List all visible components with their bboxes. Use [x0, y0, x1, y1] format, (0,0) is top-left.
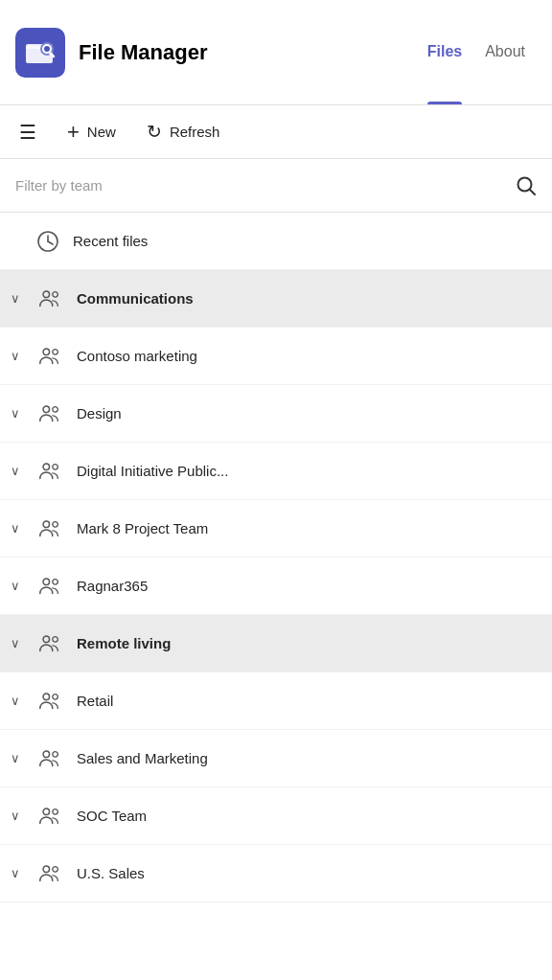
- team-icon: [31, 574, 69, 599]
- list-item[interactable]: ∨ Design: [0, 385, 552, 443]
- new-button[interactable]: + New: [63, 116, 120, 148]
- team-icon: [31, 286, 69, 311]
- svg-point-16: [53, 406, 58, 412]
- list-item[interactable]: ∨ Contoso marketing: [0, 328, 552, 385]
- svg-point-30: [53, 809, 58, 814]
- svg-point-4: [44, 46, 50, 52]
- svg-point-19: [43, 521, 50, 528]
- item-label: Sales and Marketing: [69, 750, 544, 766]
- hamburger-icon: ☰: [19, 123, 36, 142]
- svg-rect-1: [26, 46, 41, 49]
- svg-point-24: [53, 636, 58, 642]
- team-icon: [31, 631, 69, 656]
- filter-bar: [0, 159, 552, 213]
- item-label: Retail: [69, 693, 544, 709]
- filter-input[interactable]: [0, 159, 508, 212]
- svg-point-18: [53, 464, 58, 469]
- svg-point-23: [43, 636, 50, 643]
- item-label: Contoso marketing: [69, 348, 544, 364]
- team-icon: [31, 459, 69, 484]
- team-list: › Recent files ∨ Communications ∨ Contos…: [0, 213, 552, 902]
- chevron-icon: ∨: [0, 751, 31, 765]
- list-item[interactable]: ∨ U.S. Sales: [0, 845, 552, 902]
- chevron-icon: ∨: [0, 636, 31, 650]
- search-button[interactable]: [508, 168, 544, 204]
- item-label: U.S. Sales: [69, 865, 544, 881]
- item-label: Remote living: [69, 635, 544, 651]
- team-icon: [31, 344, 69, 369]
- team-icon: [31, 746, 69, 771]
- svg-point-14: [53, 349, 58, 354]
- refresh-button[interactable]: ↻ Refresh: [143, 117, 224, 147]
- refresh-icon: ↻: [147, 123, 162, 141]
- app-title: File Manager: [79, 40, 416, 65]
- item-label: Recent files: [65, 233, 544, 249]
- search-icon: [516, 175, 537, 196]
- list-item[interactable]: ∨ Digital Initiative Public...: [0, 443, 552, 500]
- app-logo: [15, 28, 65, 78]
- team-icon: [31, 689, 69, 714]
- svg-point-28: [53, 751, 58, 757]
- svg-point-21: [43, 579, 50, 585]
- list-item[interactable]: ∨ Ragnar365: [0, 558, 552, 615]
- chevron-icon: ∨: [0, 694, 31, 708]
- item-label: Digital Initiative Public...: [69, 463, 544, 479]
- item-label: Communications: [69, 290, 544, 307]
- list-item[interactable]: ∨ Mark 8 Project Team: [0, 500, 552, 558]
- refresh-label: Refresh: [170, 124, 220, 140]
- team-icon: [31, 804, 69, 829]
- team-icon: [31, 861, 69, 886]
- plus-icon: +: [67, 122, 80, 143]
- list-item[interactable]: ∨ Retail: [0, 672, 552, 730]
- svg-line-10: [48, 241, 53, 244]
- svg-point-22: [53, 579, 58, 584]
- team-icon: [31, 516, 69, 541]
- chevron-icon: ∨: [0, 521, 31, 536]
- item-label: Design: [69, 405, 544, 422]
- svg-point-25: [43, 694, 50, 700]
- list-item[interactable]: ∨ Remote living: [0, 615, 552, 672]
- chevron-icon: ∨: [0, 349, 31, 363]
- svg-point-11: [43, 291, 50, 298]
- tab-about[interactable]: About: [473, 0, 537, 104]
- header-nav: Files About: [416, 0, 537, 104]
- list-item[interactable]: ∨ SOC Team: [0, 787, 552, 845]
- item-label: SOC Team: [69, 808, 544, 824]
- new-label: New: [87, 124, 116, 140]
- chevron-icon: ∨: [0, 291, 31, 306]
- chevron-icon: ∨: [0, 579, 31, 593]
- toolbar: ☰ + New ↻ Refresh: [0, 105, 552, 159]
- list-item[interactable]: › Recent files: [0, 213, 552, 270]
- chevron-icon: ∨: [0, 866, 31, 880]
- list-item[interactable]: ∨ Sales and Marketing: [0, 730, 552, 787]
- svg-point-12: [53, 291, 58, 297]
- chevron-icon: ∨: [0, 464, 31, 478]
- item-label: Mark 8 Project Team: [69, 520, 544, 536]
- svg-point-29: [43, 809, 50, 815]
- svg-point-15: [43, 406, 50, 413]
- recent-icon: [31, 229, 65, 254]
- svg-point-27: [43, 751, 50, 758]
- svg-point-31: [43, 866, 50, 873]
- list-item[interactable]: ∨ Communications: [0, 270, 552, 328]
- svg-point-26: [53, 694, 58, 699]
- chevron-icon: ∨: [0, 809, 31, 823]
- tab-files[interactable]: Files: [416, 0, 473, 104]
- chevron-icon: ∨: [0, 406, 31, 421]
- menu-button[interactable]: ☰: [15, 117, 40, 148]
- svg-point-13: [43, 349, 50, 355]
- app-header: File Manager Files About: [0, 0, 552, 105]
- svg-line-7: [530, 189, 536, 194]
- team-icon: [31, 401, 69, 426]
- svg-point-17: [43, 464, 50, 470]
- item-label: Ragnar365: [69, 578, 544, 594]
- svg-point-32: [53, 866, 58, 872]
- svg-point-20: [53, 521, 58, 527]
